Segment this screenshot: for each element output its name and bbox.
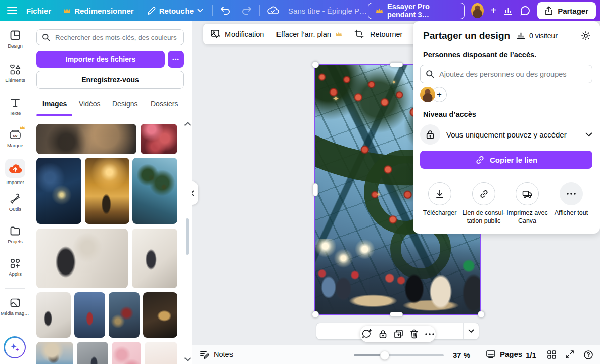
public-view-link-action[interactable]: Lien de consul- tation public [462,182,505,225]
resize-menu[interactable]: Redimensionner [63,7,134,15]
register-button[interactable]: Enregistrez-vous [36,71,184,89]
pages-button[interactable]: Pages [486,350,522,358]
panel-search-input[interactable] [54,33,178,42]
sidebar-item-text[interactable]: Texte [0,97,30,116]
modification-button[interactable]: Modification [210,29,264,39]
scroll-down-icon[interactable] [184,357,191,362]
try-pro-button[interactable]: Essayer Pro pendant 3… [368,3,465,19]
thumbnail-image[interactable] [109,292,140,338]
thumbnail-image[interactable] [74,292,105,338]
file-menu-label: Fichier [26,7,51,15]
undo-icon[interactable] [220,6,231,16]
edit-menu[interactable]: Retouche [147,7,203,15]
upload-files-button[interactable]: Importer des fichiers [36,51,165,68]
tab-videos[interactable]: Vidéos [79,100,101,108]
comments-icon[interactable] [520,5,531,16]
resize-handle-bottom-right[interactable] [478,311,485,318]
download-action[interactable]: Télécharger [418,182,461,217]
menu-icon[interactable] [7,7,17,15]
thumbnail-image[interactable] [36,229,128,288]
thumbnail-image[interactable] [36,342,73,364]
avatar[interactable] [471,3,484,18]
canva-assistant-button[interactable] [4,336,26,358]
share-panel-title: Partager un design [423,30,510,41]
sidebar-item-upload[interactable]: Importer [0,159,30,185]
thumbnail-image[interactable] [36,124,136,154]
help-icon[interactable] [583,350,593,360]
zoom-slider-handle[interactable] [380,351,389,360]
thumbnail-image[interactable] [143,292,177,338]
share-search-input[interactable] [438,70,587,79]
copy-link-button[interactable]: Copier le lien [420,151,592,169]
sidebar-item-design[interactable]: Design [0,29,30,49]
thumbnail-image[interactable] [85,158,129,224]
remove-background-button[interactable]: Effacer l’arr. plan [276,30,342,38]
thumbnail-image[interactable] [141,124,177,154]
document-title[interactable]: Sans titre - Épingle Pin… [288,7,368,15]
share-search[interactable] [420,65,592,83]
canva-editor: Fichier Redimensionner Retouche [0,0,600,364]
tab-designs[interactable]: Designs [112,100,138,108]
access-level-dropdown[interactable]: Vous uniquement pouvez y accéder [420,124,592,145]
zoom-level[interactable]: 37 % [453,351,470,359]
grid-view-icon[interactable] [547,350,557,359]
thumbnail-image[interactable] [145,342,177,364]
thumbnail-image[interactable] [36,292,71,338]
lock-icon[interactable] [379,329,387,339]
panel-scrollbar[interactable] [186,218,189,255]
share-button[interactable]: Partager [537,2,596,19]
ellipsis-icon [560,182,583,205]
comment-add-icon[interactable] [362,329,372,339]
scroll-up-icon[interactable] [184,121,191,126]
insights-icon [517,32,525,40]
add-member-button[interactable]: + [490,5,496,16]
resize-handle-bottom[interactable] [390,312,403,317]
redo-icon[interactable] [241,6,252,16]
gear-icon[interactable] [581,31,591,41]
panel-tabs: Images Vidéos Designs Dossiers [30,100,192,115]
resize-handle-left[interactable] [313,183,318,196]
thumbnail-image[interactable] [132,158,177,224]
thumbnail-image[interactable] [132,229,177,288]
sidebar-label: Média magi… [1,310,30,316]
pencil-icon [147,7,156,15]
link-icon [475,155,485,165]
sidebar-label: Éléments [5,77,25,83]
show-all-action[interactable]: Afficher tout [549,182,593,217]
duplicate-icon[interactable] [394,329,403,339]
tab-folders[interactable]: Dossiers [151,100,178,108]
resize-handle-top-left[interactable] [312,61,319,68]
resize-handle-bottom-left[interactable] [312,311,319,318]
page-collapse-button[interactable] [464,323,479,339]
tab-images[interactable]: Images [42,100,67,108]
thumbnail-image[interactable] [36,158,81,224]
crop-button[interactable] [354,29,364,39]
modification-label: Modification [225,30,264,38]
visitors-button[interactable]: 0 visiteur [517,32,558,40]
share-button-label: Partager [558,7,588,15]
fullscreen-icon[interactable] [565,350,574,359]
sidebar-item-apps[interactable]: Applis [0,257,30,277]
panel-search[interactable] [36,29,184,46]
flip-button[interactable]: Retourner [370,30,402,38]
design-icon [9,29,21,41]
zoom-slider-track[interactable] [354,354,444,356]
upload-more-button[interactable]: ••• [168,51,184,68]
ellipsis-icon[interactable] [425,333,434,335]
sidebar-item-elements[interactable]: Éléments [0,64,30,83]
print-action[interactable]: Imprimez avec Canva [505,182,549,225]
file-menu[interactable]: Fichier [26,7,51,15]
sidebar-item-brand[interactable]: co Marque [0,128,30,148]
insights-icon[interactable] [503,6,513,16]
sidebar-item-projects[interactable]: Projets [0,225,30,244]
resize-handle-top[interactable] [390,62,403,67]
thumbnail-image[interactable] [77,342,108,364]
sidebar-item-magic-media[interactable]: Média magi… [0,297,30,316]
notes-button[interactable]: Notes [200,350,233,359]
sidebar-item-tools[interactable]: Outils [0,193,30,212]
crop-icon [354,29,364,39]
thumbnail-image[interactable] [112,342,141,364]
avatar[interactable] [420,87,435,102]
folder-icon [9,225,21,237]
trash-icon[interactable] [410,329,419,339]
